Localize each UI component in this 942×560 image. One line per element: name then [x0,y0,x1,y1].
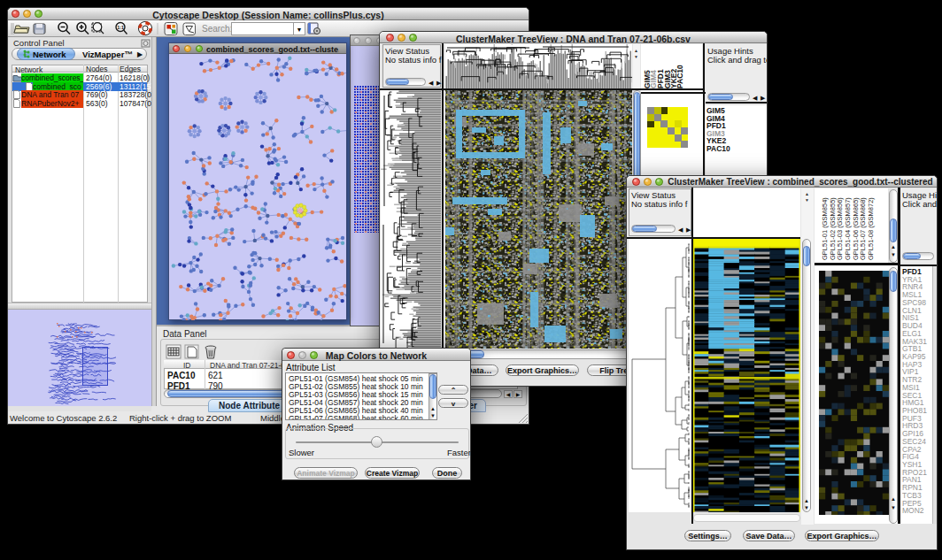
svg-text:1:1: 1:1 [117,25,124,30]
